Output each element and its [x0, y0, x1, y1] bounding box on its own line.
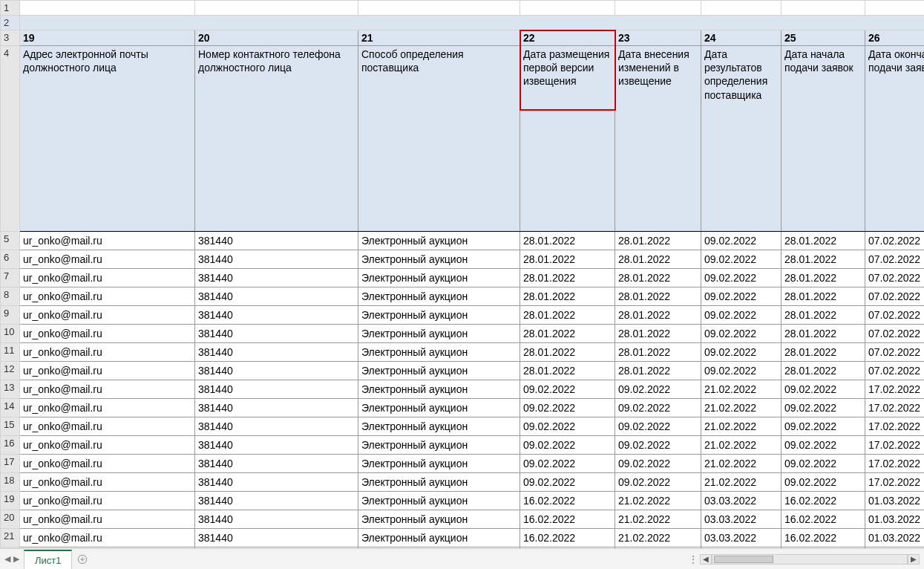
row-header[interactable]: 19	[1, 492, 20, 510]
cell[interactable]: 09.02.2022	[782, 473, 865, 492]
cell[interactable]: 07.02.2022	[865, 306, 925, 325]
cell[interactable]: 381440	[195, 399, 358, 417]
cell[interactable]: 28.01.2022	[615, 250, 701, 269]
row-header[interactable]: 13	[1, 380, 20, 399]
cell[interactable]	[20, 1, 195, 16]
cell[interactable]: 28.01.2022	[782, 287, 865, 306]
cell[interactable]	[20, 16, 925, 30]
row-header[interactable]: 8	[1, 287, 20, 306]
scroll-right-icon[interactable]: ▶	[908, 554, 920, 565]
row-header[interactable]: 15	[1, 417, 20, 436]
cell[interactable]: 16.02.2022	[782, 510, 865, 529]
cell[interactable]: 381440	[195, 269, 358, 287]
cell[interactable]: 09.02.2022	[701, 269, 782, 287]
column-header[interactable]: Дата результатов определения поставщика	[701, 46, 782, 232]
cell[interactable]: ur_onko@mail.ru	[20, 455, 195, 473]
cell[interactable]: 381440	[195, 510, 358, 529]
cell[interactable]: ur_onko@mail.ru	[20, 436, 195, 455]
cell[interactable]: 07.02.2022	[865, 232, 925, 250]
cell[interactable]: ur_onko@mail.ru	[20, 232, 195, 250]
column-number[interactable]: 21	[358, 30, 520, 46]
cell[interactable]: Электронный аукцион	[358, 529, 520, 547]
cell[interactable]: 09.02.2022	[615, 473, 701, 492]
cell[interactable]: 03.03.2022	[701, 510, 782, 529]
cell[interactable]: 03.03.2022	[701, 529, 782, 547]
cell[interactable]: 28.01.2022	[615, 325, 701, 343]
cell[interactable]: Электронный аукцион	[358, 473, 520, 492]
cell[interactable]: Электронный аукцион	[358, 269, 520, 287]
cell[interactable]	[865, 1, 925, 16]
column-header[interactable]: Способ определения поставщика	[358, 46, 520, 232]
cell[interactable]: 21.02.2022	[701, 473, 782, 492]
cell[interactable]: Электронный аукцион	[358, 417, 520, 436]
row-header[interactable]: 9	[1, 306, 20, 325]
cell[interactable]: 21.02.2022	[701, 436, 782, 455]
row-header[interactable]: 17	[1, 455, 20, 473]
cell[interactable]: 381440	[195, 436, 358, 455]
cell[interactable]	[782, 1, 865, 16]
cell[interactable]: 09.02.2022	[615, 455, 701, 473]
column-number[interactable]: 24	[701, 30, 782, 46]
cell[interactable]: 16.02.2022	[782, 529, 865, 547]
cell[interactable]: 07.02.2022	[865, 269, 925, 287]
cell[interactable]: 381440	[195, 362, 358, 380]
cell[interactable]: 09.02.2022	[701, 287, 782, 306]
cell[interactable]: 28.01.2022	[520, 306, 615, 325]
column-header[interactable]: Адрес электронной почты должностного лиц…	[20, 46, 195, 232]
cell[interactable]: 381440	[195, 492, 358, 510]
cell[interactable]: 17.02.2022	[865, 417, 925, 436]
cell[interactable]: ur_onko@mail.ru	[20, 269, 195, 287]
cell[interactable]: 28.01.2022	[615, 287, 701, 306]
cell[interactable]: 09.02.2022	[520, 380, 615, 399]
cell[interactable]: Электронный аукцион	[358, 325, 520, 343]
cell[interactable]: Электронный аукцион	[358, 380, 520, 399]
cell[interactable]: 09.02.2022	[520, 473, 615, 492]
cell[interactable]: 28.01.2022	[615, 343, 701, 362]
horizontal-scrollbar[interactable]: ⋮ ◀ ▶	[687, 549, 924, 569]
cell[interactable]: 28.01.2022	[520, 362, 615, 380]
cell[interactable]: 17.02.2022	[865, 436, 925, 455]
cell[interactable]: ur_onko@mail.ru	[20, 529, 195, 547]
cell[interactable]: 21.02.2022	[701, 380, 782, 399]
cell[interactable]: Электронный аукцион	[358, 232, 520, 250]
row-header[interactable]: 14	[1, 399, 20, 417]
cell[interactable]: 09.02.2022	[782, 455, 865, 473]
cell[interactable]: 07.02.2022	[865, 362, 925, 380]
cell[interactable]: 28.01.2022	[615, 306, 701, 325]
cell[interactable]: 28.01.2022	[782, 232, 865, 250]
cell[interactable]: 381440	[195, 529, 358, 547]
cell[interactable]: 09.02.2022	[520, 417, 615, 436]
cell[interactable]: 16.02.2022	[520, 492, 615, 510]
cell[interactable]: Электронный аукцион	[358, 306, 520, 325]
cell[interactable]: 28.01.2022	[782, 362, 865, 380]
cell[interactable]: 16.02.2022	[520, 529, 615, 547]
cell[interactable]: 16.02.2022	[520, 510, 615, 529]
cell[interactable]: 09.02.2022	[701, 232, 782, 250]
cell[interactable]: 17.02.2022	[865, 380, 925, 399]
cell[interactable]: Электронный аукцион	[358, 436, 520, 455]
cell[interactable]: Электронный аукцион	[358, 362, 520, 380]
cell[interactable]: 09.02.2022	[782, 417, 865, 436]
cell[interactable]: 21.02.2022	[615, 492, 701, 510]
row-header[interactable]: 4	[1, 46, 20, 232]
cell[interactable]: 03.03.2022	[701, 492, 782, 510]
column-number[interactable]: 23	[615, 30, 701, 46]
cell[interactable]: 07.02.2022	[865, 325, 925, 343]
cell[interactable]: 28.01.2022	[520, 250, 615, 269]
column-header[interactable]: Дата внесения изменений в извещение	[615, 46, 701, 232]
row-header[interactable]: 1	[1, 1, 20, 16]
row-header[interactable]: 16	[1, 436, 20, 455]
cell[interactable]: Электронный аукцион	[358, 455, 520, 473]
cell[interactable]: 381440	[195, 232, 358, 250]
cell[interactable]: 28.01.2022	[520, 325, 615, 343]
add-sheet-button[interactable]	[72, 549, 93, 569]
cell[interactable]	[615, 1, 701, 16]
cell[interactable]: 28.01.2022	[520, 232, 615, 250]
cell[interactable]: 21.02.2022	[701, 455, 782, 473]
cell[interactable]: 21.02.2022	[615, 529, 701, 547]
cell[interactable]: 17.02.2022	[865, 455, 925, 473]
row-header[interactable]: 3	[1, 30, 20, 46]
cell[interactable]: 381440	[195, 325, 358, 343]
cell[interactable]: 09.02.2022	[615, 417, 701, 436]
cell[interactable]: ur_onko@mail.ru	[20, 343, 195, 362]
